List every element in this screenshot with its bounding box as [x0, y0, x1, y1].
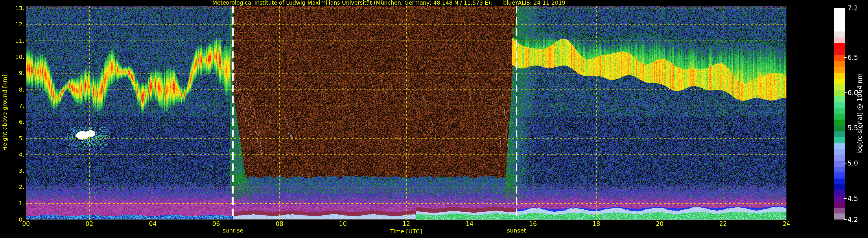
- colorbar-segment: [834, 14, 845, 20]
- colorbar-segment: [834, 61, 845, 67]
- x-tick-label: 20: [650, 220, 670, 227]
- colorbar-segment: [834, 137, 845, 143]
- y-tick-label: 12.: [0, 21, 24, 28]
- y-tick-label: 9.: [0, 70, 24, 76]
- x-tick-label: 10: [333, 220, 353, 227]
- colorbar-segment: [834, 190, 845, 196]
- colorbar-segment: [834, 102, 845, 108]
- x-tick-label: 04: [143, 220, 163, 227]
- colorbar-tick-mark: [844, 163, 846, 164]
- colorbar-tick-mark: [844, 128, 846, 128]
- colorbar-tick-label: 5.0: [847, 160, 868, 167]
- x-tick-label: 12: [396, 220, 416, 227]
- colorbar-segment: [834, 120, 845, 125]
- figure-title: Meteorological Institute of Ludwig-Maxim…: [9, 0, 769, 6]
- colorbar-segment: [834, 213, 845, 219]
- y-tick-label: 11.: [0, 38, 24, 44]
- x-tick-label: 00: [16, 220, 36, 227]
- colorbar-segment: [834, 126, 845, 131]
- colorbar-segment: [834, 96, 845, 102]
- colorbar-segment: [834, 8, 845, 14]
- colorbar-tick-label: 6.5: [847, 54, 868, 61]
- colorbar-segment: [834, 67, 845, 72]
- colorbar-tick-mark: [844, 93, 846, 93]
- colorbar-tick-label: 4.5: [847, 195, 868, 202]
- y-tick-label: 8.: [0, 87, 24, 93]
- colorbar-segment: [834, 167, 845, 172]
- colorbar-label: log(rc-signal) @ 1064 nm: [856, 73, 863, 154]
- colorbar-segment: [834, 155, 845, 161]
- x-axis-label: Time [UTC]: [371, 228, 441, 235]
- x-tick-label: 22: [713, 220, 733, 227]
- colorbar-segment: [834, 84, 845, 90]
- y-tick-label: 10.: [0, 54, 24, 60]
- colorbar-segment: [834, 43, 845, 49]
- colorbar-segment: [834, 91, 845, 96]
- colorbar-segment: [834, 26, 845, 32]
- colorbar-tick-mark: [844, 219, 846, 220]
- y-tick-label: 3.: [0, 168, 24, 174]
- colorbar-segment: [834, 208, 845, 213]
- colorbar-segment: [834, 114, 845, 120]
- y-tick-label: 5.: [0, 135, 24, 141]
- colorbar-segment: [834, 38, 845, 43]
- colorbar-segment: [834, 131, 845, 137]
- x-tick-label: 14: [460, 220, 480, 227]
- y-tick-label: 13.: [0, 5, 24, 11]
- colorbar-segment: [834, 32, 845, 37]
- lidar-heatmap-canvas: [0, 0, 868, 238]
- x-tick-label: 02: [79, 220, 99, 227]
- colorbar-segment: [834, 161, 845, 167]
- sunset-annotation: sunset: [493, 227, 540, 234]
- colorbar-segment: [834, 143, 845, 149]
- y-tick-label: 4.: [0, 151, 24, 158]
- x-tick-label: 08: [269, 220, 289, 227]
- title-institute: Meteorological Institute of Ludwig-Maxim…: [212, 0, 492, 6]
- colorbar-segment: [834, 108, 845, 114]
- colorbar: [834, 8, 845, 219]
- sunrise-annotation: sunrise: [210, 227, 256, 234]
- colorbar-segment: [834, 55, 845, 61]
- x-tick-label: 24: [776, 220, 797, 227]
- lidar-quicklook-figure: Meteorological Institute of Ludwig-Maxim…: [0, 0, 868, 238]
- colorbar-segment: [834, 172, 845, 178]
- colorbar-segment: [834, 149, 845, 155]
- y-tick-label: 2.: [0, 184, 24, 190]
- colorbar-tick-mark: [844, 57, 846, 58]
- colorbar-tick-label: 7.2: [847, 4, 868, 12]
- colorbar-tick-label: 4.2: [847, 216, 868, 223]
- colorbar-segment: [834, 78, 845, 84]
- x-tick-label: 16: [523, 220, 543, 227]
- x-tick-label: 06: [206, 220, 226, 227]
- colorbar-segment: [834, 178, 845, 184]
- x-tick-label: 18: [586, 220, 607, 227]
- y-tick-label: 1.: [0, 200, 24, 206]
- colorbar-tick-mark: [844, 8, 846, 8]
- colorbar-segment: [834, 202, 845, 208]
- y-tick-label: 7.: [0, 103, 24, 109]
- y-tick-label: 6.: [0, 119, 24, 125]
- colorbar-segment: [834, 184, 845, 190]
- colorbar-segment: [834, 73, 845, 78]
- colorbar-segment: [834, 20, 845, 26]
- colorbar-tick-mark: [844, 198, 846, 199]
- colorbar-segment: [834, 196, 845, 202]
- colorbar-segment: [834, 49, 845, 55]
- title-instrument-date: blueYALIS: 24-11-2019: [503, 0, 565, 6]
